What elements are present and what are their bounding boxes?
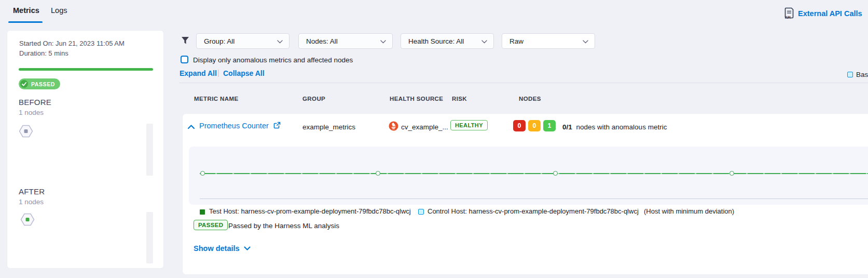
analysis-passed-badge: PASSED <box>194 220 228 230</box>
health-source-filter-dropdown[interactable]: Health Source: All <box>401 33 494 49</box>
view-mode-dropdown[interactable]: Raw <box>502 33 595 49</box>
nodes-summary-label: nodes with anomalous metric <box>576 123 667 131</box>
chart-x-axis-line <box>200 198 868 199</box>
svg-text:API: API <box>785 16 791 19</box>
nodes-ratio: 0/1 <box>562 123 572 131</box>
chart-data-point <box>376 171 380 176</box>
chart-data-point <box>553 171 558 176</box>
nodes-filter-dropdown[interactable]: Nodes: All <box>298 33 393 49</box>
duration-text: Duration: 5 mins <box>19 49 68 57</box>
verification-page: Metrics Logs API External API Calls Star… <box>0 0 868 278</box>
verification-progress-bar <box>19 68 153 71</box>
anomalous-count-badge: 0 <box>513 120 526 131</box>
tab-logs[interactable]: Logs <box>51 6 67 15</box>
health-source-cell: cv_example_... <box>401 123 448 131</box>
external-link-icon[interactable] <box>273 122 281 130</box>
column-header-metric-name: METRIC NAME <box>194 96 239 102</box>
chevron-down-icon <box>277 37 283 45</box>
view-mode-value: Raw <box>509 37 523 45</box>
test-host-legend-label: Test Host: harness-cv-prom-example-deplo… <box>209 207 411 215</box>
chart-series-line <box>200 173 868 174</box>
chart-data-point <box>729 171 734 176</box>
nodes-summary-panel <box>7 31 163 268</box>
after-node-count: 1 nodes <box>19 198 44 206</box>
health-source-filter-value: Health Source: All <box>408 37 464 45</box>
show-details-button[interactable]: Show details <box>194 244 251 253</box>
column-header-health-source: HEALTH SOURCE <box>390 96 443 102</box>
analysis-message: Passed by the Harness ML analysis <box>228 222 339 230</box>
control-host-note: (Host with minimum deviation) <box>644 207 734 215</box>
chevron-down-icon <box>244 244 251 253</box>
after-node-hexagon[interactable] <box>20 213 35 228</box>
links-separator: | <box>217 69 219 77</box>
nodes-summary-text: 0/1 nodes with anomalous metric <box>562 123 667 131</box>
metric-timeseries-chart <box>189 147 868 205</box>
metric-name-link[interactable]: Prometheus Counter <box>199 122 269 130</box>
healthy-count-badge: 1 <box>543 120 556 131</box>
anomalous-only-label: Display only anomalous metrics and affec… <box>193 56 353 64</box>
warning-count-badge: 0 <box>528 120 541 131</box>
control-host-swatch-icon <box>418 209 424 215</box>
chevron-down-icon <box>481 37 487 45</box>
test-host-swatch-icon <box>200 209 205 215</box>
content-divider <box>179 83 868 83</box>
before-node-count: 1 nodes <box>19 109 44 116</box>
nodes-filter-value: Nodes: All <box>306 37 338 45</box>
group-filter-value: Group: All <box>204 37 235 45</box>
metric-group-cell: example_metrics <box>302 123 355 131</box>
show-details-label: Show details <box>194 244 240 253</box>
api-document-icon: API <box>784 7 794 19</box>
filter-funnel-icon[interactable] <box>181 36 189 47</box>
tab-metrics[interactable]: Metrics <box>13 6 39 15</box>
chevron-down-icon <box>583 37 588 45</box>
anomalous-only-checkbox[interactable] <box>181 56 188 63</box>
after-section-title: AFTER <box>19 187 45 196</box>
before-section-title: BEFORE <box>19 98 51 107</box>
control-host-legend-label: Control Host: harness-cv-prom-example-de… <box>428 207 639 215</box>
before-node-hexagon[interactable] <box>19 125 33 139</box>
before-list-scrollbar[interactable] <box>146 124 153 176</box>
prometheus-icon <box>389 121 398 133</box>
column-header-nodes: NODES <box>519 96 541 102</box>
collapse-row-chevron-icon[interactable] <box>187 123 195 131</box>
active-tab-underline <box>8 21 43 23</box>
after-list-scrollbar[interactable] <box>146 212 153 263</box>
baseline-swatch-icon <box>847 72 853 77</box>
column-header-group: GROUP <box>302 96 325 102</box>
chevron-down-icon <box>380 37 386 45</box>
group-filter-dropdown[interactable]: Group: All <box>196 33 290 49</box>
column-header-risk: RISK <box>452 96 467 102</box>
chart-data-point <box>200 171 205 176</box>
status-badge: PASSED <box>19 78 60 89</box>
risk-status-badge: HEALTHY <box>450 120 488 130</box>
external-api-calls-label: External API Calls <box>798 9 862 18</box>
status-badge-label: PASSED <box>31 81 55 87</box>
external-api-calls-button[interactable]: API External API Calls <box>784 7 862 19</box>
check-icon <box>20 80 28 88</box>
expand-all-link[interactable]: Expand All <box>180 69 217 77</box>
started-on-text: Started On: Jun 21, 2023 11:05 AM <box>19 39 125 47</box>
baseline-legend-label: Base <box>856 71 868 78</box>
collapse-all-link[interactable]: Collapse All <box>223 69 265 77</box>
